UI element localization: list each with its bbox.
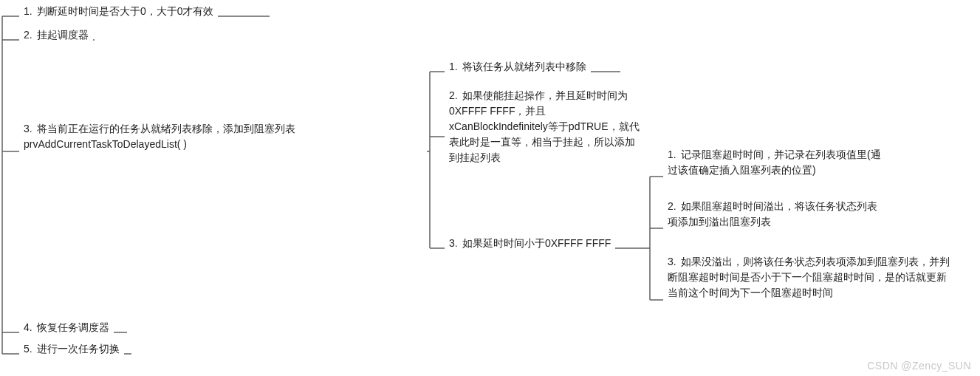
node-text: 将该任务从就绪列表中移除 [462, 61, 586, 72]
node-number: 3. [24, 121, 34, 137]
outline-node: 1. 记录阻塞超时时间，并记录在列表项值里(通过该值确定插入阻塞列表的位置) [663, 144, 892, 181]
outline-node: 2. 如果阻塞超时时间溢出，将该任务状态列表项添加到溢出阻塞列表 [663, 196, 885, 233]
outline-node: 1. 将该任务从就绪列表中移除 [445, 56, 591, 78]
node-text: 挂起调度器 [37, 29, 89, 41]
outline-node: 3. 将当前正在运行的任务从就绪列表移除，添加到阻塞列表prvAddCurren… [19, 118, 427, 155]
node-text: 恢复任务调度器 [37, 321, 109, 333]
node-text: 进行一次任务切换 [37, 343, 120, 355]
node-text: 将当前正在运行的任务从就绪列表移除，添加到阻塞列表prvAddCurrentTa… [24, 123, 295, 150]
outline-node: 2. 挂起调度器 [19, 24, 93, 46]
node-text: 如果延时时间小于0XFFFF FFFF [462, 237, 611, 249]
node-text: 如果使能挂起操作，并且延时时间为0XFFFF FFFF，并且xCanBlockI… [449, 89, 640, 163]
node-text: 记录阻塞超时时间，并记录在列表项值里(通过该值确定插入阻塞列表的位置) [668, 148, 881, 176]
node-number: 3. [449, 236, 459, 251]
outline-node: 2. 如果使能挂起操作，并且延时时间为0XFFFF FFFF，并且xCanBlo… [445, 85, 648, 168]
node-number: 3. [668, 254, 678, 270]
outline-node: 4. 恢复任务调度器 [19, 317, 114, 338]
node-number: 1. [668, 147, 678, 163]
node-number: 1. [449, 59, 459, 75]
node-number: 2. [24, 27, 34, 43]
node-number: 2. [668, 199, 678, 214]
node-number: 1. [24, 4, 34, 19]
node-text: 如果没溢出，则将该任务状态列表项添加到阻塞列表，并判断阻塞超时时间是否小于下一个… [668, 256, 950, 298]
outline-node: 3. 如果延时时间小于0XFFFF FFFF [445, 233, 615, 254]
node-text: 判断延时时间是否大于0，大于0才有效 [37, 5, 214, 17]
node-text: 如果阻塞超时时间溢出，将该任务状态列表项添加到溢出阻塞列表 [668, 200, 877, 228]
watermark: CSDN @Zency_SUN [867, 360, 971, 372]
node-number: 5. [24, 341, 34, 357]
outline-node: 1. 判断延时时间是否大于0，大于0才有效 [19, 1, 218, 22]
node-number: 4. [24, 320, 34, 335]
outline-node: 3. 如果没溢出，则将该任务状态列表项添加到阻塞列表，并判断阻塞超时时间是否小于… [663, 251, 960, 304]
node-number: 2. [449, 88, 459, 103]
outline-node: 5. 进行一次任务切换 [19, 338, 124, 360]
